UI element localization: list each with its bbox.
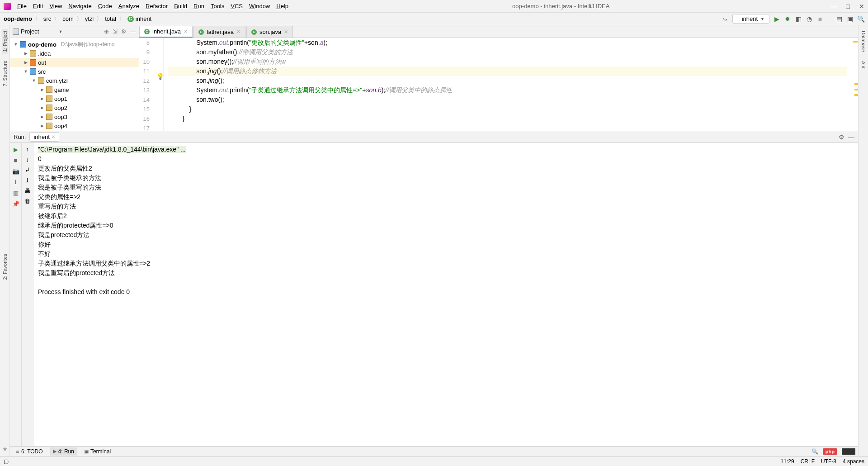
hide-panel-icon[interactable]: — [130,28,136,35]
bottom-tab-terminal[interactable]: ▣Terminal [81,447,113,456]
dump-icon[interactable]: 📷 [12,167,19,175]
profile-icon[interactable]: ◔ [806,15,813,23]
menu-refactor[interactable]: Refactor [143,2,170,10]
left-tab-structure[interactable]: 7: Structure [2,59,8,88]
menu-analyze[interactable]: Analyze [116,2,142,10]
code-text[interactable]: System.out.println("更改后的父类属性"+son.a); so… [164,38,852,131]
rerun-icon[interactable]: ▶ [12,146,19,153]
debug-icon[interactable]: ✸ [784,15,791,23]
expand-arrow-icon[interactable] [40,87,44,92]
softwrap-icon[interactable]: ↲ [25,166,30,173]
expand-arrow-icon[interactable] [40,124,44,128]
breadcrumb-item[interactable]: src [43,15,51,22]
breadcrumb-item[interactable]: total [105,15,116,22]
expand-arrow-icon[interactable] [14,42,18,47]
run-icon[interactable]: ▶ [773,15,780,23]
coverage-icon[interactable]: ◧ [795,15,802,23]
close-icon[interactable]: ✕ [52,134,55,139]
up-icon[interactable]: ↑ [26,146,29,152]
menu-code[interactable]: Code [95,2,115,10]
bottom-tab-todo[interactable]: ≣6: TODO [13,447,46,456]
menu-navigate[interactable]: Navigate [66,2,94,10]
close-icon[interactable]: ✕ [284,29,288,35]
tree-item-.idea[interactable]: .idea [10,49,139,58]
breadcrumb-item[interactable]: inherit [136,15,151,22]
menu-view[interactable]: View [47,2,65,10]
indent-setting[interactable]: 4 spaces [843,458,864,465]
stop-icon[interactable]: ■ [816,15,824,23]
line-separator[interactable]: CRLF [801,458,815,465]
editor-tab-son.java[interactable]: Cson.java✕ [246,26,293,38]
chevron-down-icon[interactable]: ▼ [59,29,63,34]
tree-item-game[interactable]: game [10,85,139,94]
tree-root[interactable]: oop-demoD:\java制作\oop-demo [10,40,139,49]
minimize-button[interactable]: — [831,3,837,10]
file-encoding[interactable]: UTF-8 [821,458,836,465]
console-output[interactable]: "C:\Program Files\Java\jdk1.8.0_144\bin\… [33,143,858,446]
caret-position[interactable]: 11:29 [781,458,794,465]
left-tab-favorites[interactable]: 2: Favorites [2,252,8,281]
stop-icon[interactable]: ■ [12,157,19,164]
menu-window[interactable]: Window [246,2,273,10]
php-badge[interactable]: php [823,448,837,455]
close-icon[interactable]: ✕ [236,29,241,35]
tree-item-oop2[interactable]: oop2 [10,103,139,112]
expand-arrow-icon[interactable] [32,78,36,83]
tree-item-oop1[interactable]: oop1 [10,94,139,103]
exit-icon[interactable]: ⤓ [12,178,19,185]
run-tab-inherit[interactable]: inherit ✕ [29,132,59,142]
expand-arrow-icon[interactable] [24,51,28,56]
print-icon[interactable]: 🖶 [24,187,30,194]
search-icon[interactable]: 🔍 [857,15,864,23]
breadcrumb-item[interactable]: ytzl [85,15,94,22]
tree-item-com.ytzl[interactable]: com.ytzl [10,76,139,85]
bottom-tab-run[interactable]: ▶4: Run [50,447,77,456]
pin-icon[interactable]: 📌 [12,200,19,207]
hide-panel-icon[interactable]: — [848,133,854,141]
tree-item-oop4[interactable]: oop4 [10,121,139,130]
menu-tools[interactable]: Tools [208,2,227,10]
down-icon[interactable]: ↓ [26,156,29,163]
expand-arrow-icon[interactable] [40,114,44,119]
status-widget-dark[interactable] [842,448,855,455]
close-icon[interactable]: ✕ [184,29,188,34]
breadcrumb-item[interactable]: com [62,15,74,22]
maximize-button[interactable]: □ [846,3,850,10]
intention-bulb-icon[interactable]: 💡 [156,72,164,81]
status-icon[interactable]: ▢ [4,458,9,465]
expand-arrow-icon[interactable] [24,60,28,65]
open-anywhere-icon[interactable]: ▣ [846,15,854,23]
build-icon[interactable]: ⤿ [722,15,729,23]
menu-vcs[interactable]: VCS [228,2,245,10]
tree-item-oop3[interactable]: oop3 [10,112,139,121]
menu-help[interactable]: Help [274,2,291,10]
tree-item-out[interactable]: out [10,58,139,67]
expand-arrow-icon[interactable] [24,69,28,74]
locate-icon[interactable]: ⊕ [104,28,109,35]
gear-icon[interactable]: ⚙ [121,28,127,35]
scroll-to-end-icon[interactable]: ⤓ [25,177,30,184]
gear-icon[interactable]: ⚙ [839,133,844,141]
editor-tab-inherit.java[interactable]: Cinherit.java✕ [139,26,193,38]
menu-file[interactable]: File [14,2,29,10]
event-log-search-icon[interactable]: 🔍 [811,448,818,455]
breadcrumb-item[interactable]: oop-demo [4,15,32,22]
close-button[interactable]: ✕ [859,3,864,10]
expand-arrow-icon[interactable] [40,96,44,101]
expand-arrow-icon[interactable] [40,105,44,110]
right-tab-database[interactable]: Database [861,29,866,54]
left-tab-project[interactable]: 1: Project [2,29,8,53]
layout-icon[interactable]: ▥ [12,189,19,196]
menu-build[interactable]: Build [171,2,190,10]
menu-edit[interactable]: Edit [30,2,46,10]
editor-tab-father.java[interactable]: Cfather.java✕ [193,26,245,38]
run-config-selector[interactable]: inherit ▼ [732,14,769,24]
editor-overview-ruler[interactable] [852,38,858,131]
clear-icon[interactable]: 🗑 [24,198,30,204]
right-tab-ant[interactable]: Ant [861,59,866,71]
project-structure-icon[interactable]: ▤ [835,15,843,23]
project-tree[interactable]: oop-demoD:\java制作\oop-demo.ideaoutsrccom… [10,38,139,131]
tree-item-src[interactable]: src [10,67,139,76]
menu-run[interactable]: Run [191,2,207,10]
collapse-all-icon[interactable]: ⇲ [113,28,118,35]
